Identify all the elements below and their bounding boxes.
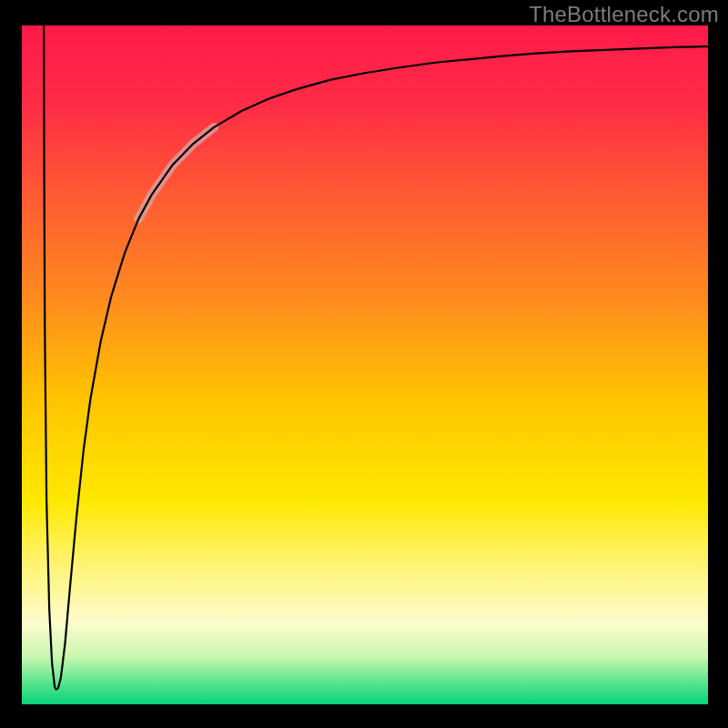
plot-background — [22, 25, 708, 704]
chart-container: TheBottleneck.com — [0, 0, 728, 728]
watermark-text: TheBottleneck.com — [529, 2, 719, 27]
chart-svg — [0, 0, 728, 728]
